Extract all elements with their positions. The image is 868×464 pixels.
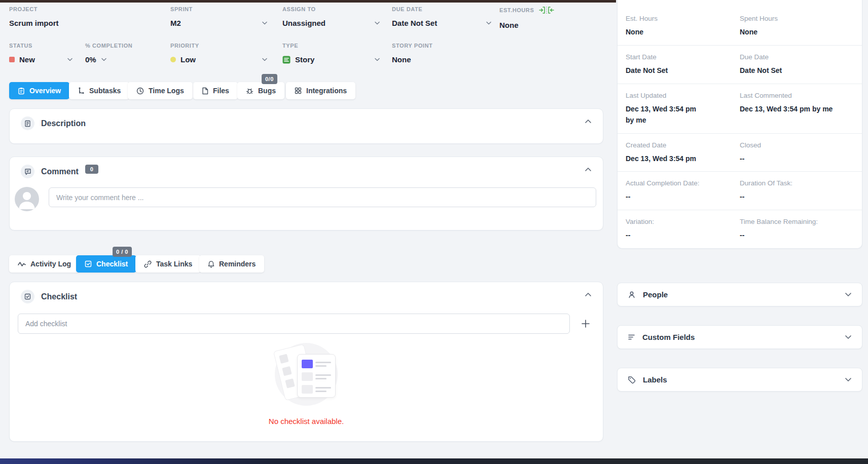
- chevron-down-icon[interactable]: [486, 21, 492, 25]
- field-priority[interactable]: PRIORITY Low: [170, 43, 270, 64]
- est-hours-label: EST.HOURS: [499, 7, 534, 13]
- plus-icon: [581, 319, 590, 328]
- tab-activity-log[interactable]: Activity Log: [9, 255, 80, 273]
- description-icon: [21, 117, 34, 130]
- collapse-description-chevron-up-icon[interactable]: [585, 119, 592, 124]
- sprint-value[interactable]: M2: [170, 19, 270, 27]
- assign-to-label: ASSIGN TO: [282, 6, 382, 12]
- comment-icon: [21, 165, 34, 178]
- detail-label: Last Updated: [626, 92, 735, 99]
- est-hours-value[interactable]: None: [499, 21, 591, 29]
- collapse-comment-chevron-up-icon[interactable]: [585, 167, 592, 172]
- story-type-icon: [282, 56, 291, 64]
- field-story-point[interactable]: STORY POINT None: [392, 43, 483, 64]
- checklist-panel-icon: [21, 290, 34, 303]
- completion-value[interactable]: 0%: [85, 55, 96, 64]
- section-labels-label: Labels: [643, 375, 667, 384]
- tab-reminders[interactable]: Reminders: [199, 255, 264, 273]
- integrations-icon: [295, 87, 302, 94]
- detail-value: Date Not Set: [626, 66, 735, 75]
- section-labels[interactable]: Labels: [617, 368, 862, 392]
- comment-title: Comment: [41, 167, 79, 176]
- tab-overview[interactable]: Overview: [9, 82, 69, 99]
- detail-value: Date Not Set: [740, 66, 849, 75]
- detail-value: --: [626, 192, 735, 202]
- tab-time-logs[interactable]: Time Logs: [128, 82, 193, 99]
- detail-value: --: [740, 192, 849, 202]
- field-project: PROJECT Scrum import: [9, 6, 161, 27]
- add-checklist-button[interactable]: [576, 315, 595, 333]
- section-people[interactable]: People: [617, 283, 862, 306]
- detail-label: Spent Hours: [740, 15, 849, 22]
- bugs-count-badge: 0/0: [262, 74, 277, 84]
- chevron-down-icon[interactable]: [845, 335, 852, 339]
- chevron-down-icon[interactable]: [67, 58, 73, 62]
- tab-bugs[interactable]: Bugs: [237, 82, 284, 99]
- section-custom-fields[interactable]: Custom Fields: [617, 325, 862, 349]
- field-assign-to[interactable]: ASSIGN TO Unassigned: [282, 6, 382, 27]
- tab-subtasks[interactable]: Subtasks: [69, 82, 129, 99]
- section-custom-fields-label: Custom Fields: [642, 333, 695, 341]
- details-row: Last Updated Dec 13, Wed 3:54 pm by me L…: [618, 84, 862, 133]
- comment-input[interactable]: [49, 187, 596, 207]
- story-point-value[interactable]: None: [392, 55, 483, 64]
- field-sprint[interactable]: SPRINT M2: [170, 6, 270, 27]
- user-avatar: [15, 187, 39, 211]
- tag-icon: [628, 376, 636, 384]
- tab-checklist[interactable]: Checklist: [76, 255, 136, 273]
- field-type[interactable]: TYPE Story: [282, 43, 382, 64]
- clock-icon: [136, 87, 144, 95]
- add-checklist-input[interactable]: [18, 314, 570, 334]
- tab-subtasks-label: Subtasks: [89, 87, 121, 95]
- chevron-down-icon[interactable]: [374, 58, 380, 62]
- detail-value: --: [626, 230, 735, 240]
- tab-integrations-label: Integrations: [306, 87, 347, 95]
- chevron-down-icon[interactable]: [845, 292, 852, 297]
- details-row: Est. Hours None Spent Hours None: [618, 7, 862, 45]
- priority-value[interactable]: Low: [180, 55, 196, 64]
- chevron-down-icon[interactable]: [262, 21, 268, 25]
- fit-columns-icon[interactable]: [539, 6, 554, 14]
- field-est-hours: EST.HOURS None: [499, 6, 591, 29]
- tab-integrations[interactable]: Integrations: [286, 82, 355, 99]
- chevron-down-icon[interactable]: [374, 21, 380, 25]
- clipboard-icon: [18, 87, 25, 95]
- detail-value: Dec 13, Wed 3:54 pm: [626, 154, 735, 164]
- detail-value: None: [740, 27, 849, 37]
- type-label: TYPE: [282, 43, 382, 49]
- due-date-value[interactable]: Date Not Set: [392, 19, 494, 27]
- details-row: Start Date Date Not Set Due Date Date No…: [618, 45, 862, 84]
- tab-files[interactable]: Files: [193, 82, 238, 99]
- activity-icon: [18, 261, 26, 267]
- assign-to-value[interactable]: Unassigned: [282, 19, 382, 27]
- checklist-title: Checklist: [41, 292, 77, 301]
- bell-icon: [208, 260, 214, 268]
- priority-color-dot: [170, 57, 176, 62]
- detail-label: Time Balance Remaining:: [740, 218, 849, 225]
- tab-files-label: Files: [213, 87, 229, 95]
- checklist-panel: Checklist No checklist available.: [9, 282, 603, 442]
- section-people-label: People: [643, 290, 668, 299]
- details-row: Created Date Dec 13, Wed 3:54 pm Closed …: [618, 133, 862, 172]
- tab-bugs-label: Bugs: [258, 87, 276, 95]
- status-value[interactable]: New: [19, 55, 35, 64]
- chevron-down-icon[interactable]: [262, 58, 268, 62]
- description-panel: Description: [9, 108, 603, 144]
- field-status[interactable]: STATUS New: [9, 43, 75, 64]
- est-hours-label-row: EST.HOURS: [499, 6, 591, 14]
- custom-fields-icon: [628, 333, 635, 341]
- chevron-down-icon[interactable]: [101, 58, 107, 62]
- description-title: Description: [41, 119, 86, 128]
- field-completion[interactable]: % COMPLETION 0%: [85, 43, 151, 64]
- completion-label: % COMPLETION: [85, 43, 151, 49]
- window-bottom-edge: [0, 458, 868, 464]
- type-value[interactable]: Story: [295, 55, 314, 64]
- checklist-icon: [85, 260, 92, 267]
- tab-task-links-label: Task Links: [156, 260, 192, 268]
- detail-value: Dec 13, Wed 3:54 pm by me: [740, 104, 849, 114]
- tab-task-links[interactable]: Task Links: [135, 255, 201, 273]
- chevron-down-icon[interactable]: [845, 377, 852, 382]
- field-due-date[interactable]: DUE DATE Date Not Set: [392, 6, 494, 27]
- window-top-edge: [0, 0, 616, 3]
- collapse-checklist-chevron-up-icon[interactable]: [585, 292, 592, 297]
